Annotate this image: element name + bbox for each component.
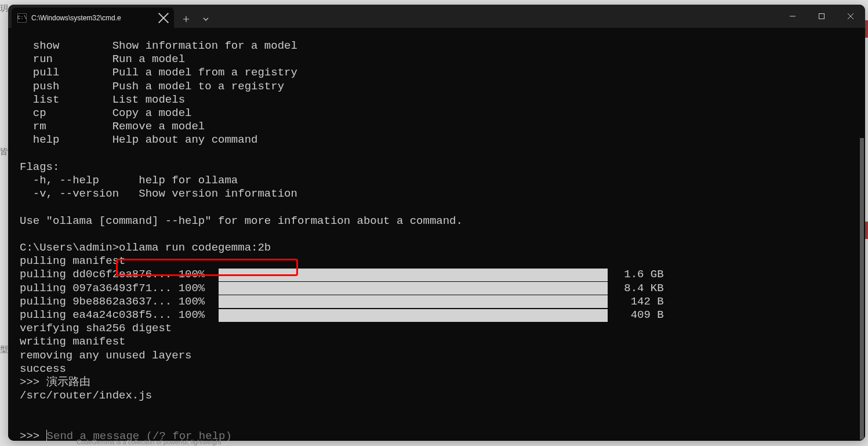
svg-rect-0 — [819, 14, 825, 19]
text-cursor — [46, 430, 47, 441]
window-controls — [778, 5, 865, 28]
progress-size: 142 B — [624, 295, 663, 309]
scrollbar[interactable] — [860, 138, 864, 440]
progress-bar — [219, 282, 608, 295]
cmd-icon: C:\ — [17, 13, 27, 23]
progress-size: 1.6 GB — [624, 268, 663, 281]
background-char-2: 皆 — [0, 147, 8, 157]
tab-cmd[interactable]: C:\ C:\Windows\system32\cmd.e — [12, 8, 174, 28]
maximize-button[interactable] — [807, 5, 836, 28]
tab-close-button[interactable] — [158, 12, 169, 24]
tab-title: C:\Windows\system32\cmd.e — [31, 14, 155, 22]
titlebar-drag-area[interactable] — [216, 5, 778, 28]
minimize-button[interactable] — [778, 5, 807, 28]
progress-label: pulling ea4a24c038f5... 100% — [20, 309, 205, 322]
terminal-body[interactable]: show Show information for a model run Ru… — [8, 28, 865, 441]
chat-prompt: >>> — [20, 430, 46, 441]
titlebar[interactable]: C:\ C:\Windows\system32\cmd.e — [8, 5, 865, 28]
progress-row: pulling dd0c6f2ea876... 100%1.6 GB — [20, 268, 865, 281]
progress-size: 8.4 KB — [624, 282, 663, 295]
new-tab-button[interactable] — [176, 10, 196, 28]
progress-label: pulling 9be8862a3637... 100% — [20, 295, 205, 309]
progress-row: pulling 097a36493f71... 100%8.4 KB — [20, 282, 865, 295]
progress-bar — [219, 309, 608, 322]
progress-row: pulling 9be8862a3637... 100% 142 B — [20, 295, 865, 309]
tabs-area: C:\ C:\Windows\system32\cmd.e — [8, 5, 216, 28]
background-text: CodeGemma is a collection of powerful, l… — [77, 438, 221, 445]
progress-label: pulling 097a36493f71... 100% — [20, 282, 205, 295]
close-window-button[interactable] — [836, 5, 865, 28]
progress-bar — [219, 269, 608, 281]
progress-size: 409 B — [624, 309, 663, 322]
terminal-window: C:\ C:\Windows\system32\cmd.e — [8, 5, 865, 441]
progress-row: pulling ea4a24c038f5... 100% 409 B — [20, 309, 865, 322]
background-char-1: 玥 — [0, 3, 8, 14]
terminal-output: show Show information for a model run Ru… — [20, 28, 865, 441]
progress-bar — [219, 295, 608, 308]
background-char-3: 型 — [0, 345, 8, 355]
tab-dropdown-button[interactable] — [196, 10, 216, 28]
progress-label: pulling dd0c6f2ea876... 100% — [20, 268, 205, 281]
